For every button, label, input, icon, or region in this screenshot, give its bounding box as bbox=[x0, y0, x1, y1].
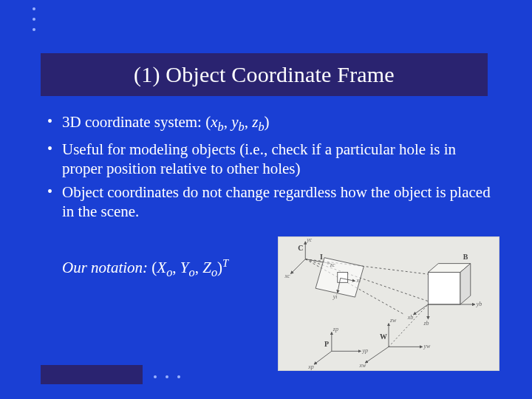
var: y bbox=[231, 113, 238, 131]
axis-label: zw bbox=[389, 317, 397, 324]
svg-line-18 bbox=[365, 347, 389, 363]
axis-label: xc bbox=[284, 273, 291, 279]
svg-line-15 bbox=[414, 304, 429, 315]
dot bbox=[177, 375, 180, 378]
sub: b bbox=[218, 120, 224, 134]
sub: b bbox=[258, 120, 264, 134]
bullet-2: Useful for modeling objects (i.e., check… bbox=[44, 140, 495, 179]
svg-line-2 bbox=[290, 259, 305, 274]
svg-rect-7 bbox=[338, 272, 348, 282]
sub: o bbox=[189, 265, 195, 279]
sep: , bbox=[172, 259, 180, 276]
dot bbox=[166, 375, 168, 378]
label-C: C bbox=[298, 244, 303, 252]
sep: , bbox=[245, 113, 253, 131]
sep: , bbox=[195, 259, 203, 276]
axis-label: yb bbox=[476, 301, 482, 307]
axis-label: yp bbox=[361, 347, 368, 354]
dot bbox=[33, 7, 35, 10]
notation-line: Our notation: (Xo, Yo, Zo)T bbox=[62, 257, 228, 280]
sub: b bbox=[239, 120, 245, 134]
svg-rect-10 bbox=[428, 272, 460, 304]
paren: ( bbox=[148, 259, 157, 276]
var: X bbox=[157, 259, 166, 276]
svg-line-21 bbox=[314, 351, 332, 364]
axis-label: yc bbox=[306, 237, 313, 243]
label-W: W bbox=[380, 332, 387, 341]
axis-label: zp bbox=[332, 326, 338, 332]
decor-footer-bar bbox=[41, 365, 143, 384]
label-B: B bbox=[463, 253, 468, 261]
var: x bbox=[211, 113, 217, 131]
var: Z bbox=[202, 259, 211, 276]
svg-line-22 bbox=[389, 304, 428, 347]
decor-dots-bottom bbox=[154, 375, 180, 378]
dot bbox=[33, 28, 35, 31]
bullet-1: 3D coordinate system: (xb, yb, zb) bbox=[44, 112, 495, 135]
axis-label: xp bbox=[307, 364, 314, 370]
label-P: P bbox=[324, 340, 329, 348]
sep: , bbox=[224, 113, 232, 131]
figure-svg: C I B W P yc zc xc xi yi yb zb xb zw yw … bbox=[279, 237, 499, 370]
decor-dots-top bbox=[33, 7, 35, 31]
bullet-3: Object coordinates do not change regardl… bbox=[44, 183, 495, 222]
sup: T bbox=[222, 257, 228, 269]
bullet-1-text: 3D coordinate system: ( bbox=[62, 113, 211, 131]
axis-label: xw bbox=[358, 362, 366, 369]
label-I: I bbox=[320, 253, 323, 261]
slide-body: 3D coordinate system: (xb, yb, zb) Usefu… bbox=[44, 112, 495, 226]
title-bar: (1) Object Coordinate Frame bbox=[41, 53, 488, 96]
axis-label: zc bbox=[330, 262, 335, 268]
axis-label: xi bbox=[355, 277, 361, 284]
axis-label: zb bbox=[423, 320, 429, 327]
bullet-1-suffix: ) bbox=[265, 113, 270, 131]
coordinate-frames-figure: C I B W P yc zc xc xi yi yb zb xb zw yw … bbox=[278, 236, 499, 371]
dot bbox=[33, 18, 35, 21]
slide-title: (1) Object Coordinate Frame bbox=[134, 62, 395, 87]
axis-label: xb bbox=[407, 314, 414, 321]
axis-label: yi bbox=[332, 293, 338, 300]
sub: o bbox=[211, 265, 217, 279]
var: Y bbox=[180, 259, 189, 276]
notation-lead: Our notation: bbox=[62, 259, 148, 276]
axis-label: yw bbox=[423, 343, 431, 349]
dot bbox=[154, 375, 157, 378]
